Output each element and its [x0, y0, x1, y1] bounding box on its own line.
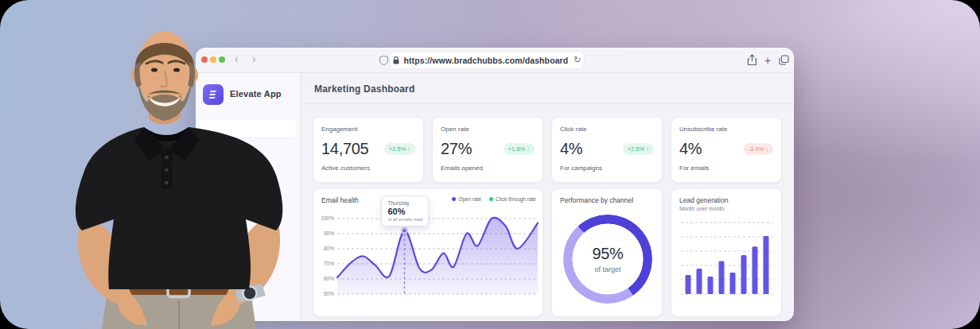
- presenter-photo: [68, 22, 290, 329]
- stat-card-engagement: Engagement 14,705 +2.5% ↑ Active custome…: [313, 117, 424, 183]
- svg-text:50%: 50%: [324, 291, 334, 296]
- stat-card-row: Engagement 14,705 +2.5% ↑ Active custome…: [313, 117, 782, 183]
- stat-value: 14,705: [321, 140, 368, 158]
- lead-generation-chart: [671, 189, 783, 318]
- stat-label: Open rate: [441, 126, 535, 133]
- stat-card-unsubscribe-rate: Unsubscribe rate 4% -3.4% ↓ For emails: [671, 117, 782, 183]
- dashboard-header: Marketing Dashboard: [301, 73, 793, 104]
- reload-icon[interactable]: ↻: [574, 55, 581, 65]
- privacy-shield-icon: [379, 56, 388, 65]
- tooltip-value: 60%: [387, 207, 422, 216]
- stat-value: 4%: [560, 140, 582, 158]
- svg-text:60%: 60%: [324, 276, 334, 281]
- svg-text:100%: 100%: [321, 215, 334, 221]
- tooltip-day: Thursday: [387, 200, 422, 206]
- svg-text:80%: 80%: [324, 246, 334, 251]
- tab-overview-icon[interactable]: [779, 55, 789, 65]
- address-bar[interactable]: https://www.bradchubbs.com/dashboard ↻: [391, 52, 584, 68]
- page-title: Marketing Dashboard: [301, 73, 793, 95]
- hero-banner: ‹ › https://www.bradchubbs.com/dashboard…: [0, 0, 980, 329]
- change-badge: +2.5% ↑: [384, 143, 415, 155]
- panel-title: Performance by channel: [560, 196, 633, 204]
- share-icon[interactable]: [747, 54, 757, 66]
- stat-value: 27%: [441, 140, 472, 158]
- stat-sublabel: Emails opened: [441, 164, 535, 172]
- lead-generation-panel: Lead generation Month over month: [671, 188, 782, 317]
- change-badge: +2.5% ↑: [623, 143, 654, 155]
- svg-text:70%: 70%: [324, 261, 334, 266]
- performance-panel: Performance by channel 95% of target: [551, 188, 663, 317]
- donut-center: 95% of target: [563, 215, 652, 304]
- donut-value: 95%: [592, 245, 623, 263]
- email-health-panel: Email health Open rate Click through rat…: [313, 188, 543, 317]
- stat-sublabel: Active customers: [321, 164, 415, 172]
- svg-text:90%: 90%: [324, 230, 334, 236]
- chart-tooltip: Thursday 60% of all emails read: [381, 195, 429, 226]
- stat-card-click-rate: Click rate 4% +2.5% ↑ For campaigns: [551, 117, 663, 183]
- url-text: https://www.bradchubbs.com/dashboard: [403, 56, 568, 65]
- stat-card-open-rate: Open rate 27% +1.8% ↑ Emails opened: [432, 117, 543, 183]
- dashboard-main: Marketing Dashboard Engagement 14,705 +2…: [301, 73, 793, 320]
- stat-sublabel: For emails: [679, 164, 773, 172]
- stat-value: 4%: [679, 140, 702, 158]
- change-badge: -3.4% ↓: [744, 143, 773, 155]
- stat-label: Click rate: [560, 126, 654, 133]
- tooltip-caption: of all emails read: [387, 217, 422, 222]
- chart-row: Email health Open rate Click through rat…: [313, 188, 782, 317]
- stat-label: Unsubscribe rate: [679, 126, 773, 133]
- change-badge: +1.8% ↑: [504, 143, 535, 155]
- donut-caption: of target: [594, 265, 620, 273]
- lock-icon: [393, 56, 399, 64]
- new-tab-button[interactable]: +: [764, 55, 771, 66]
- stat-label: Engagement: [321, 126, 415, 133]
- stat-sublabel: For campaigns: [560, 164, 654, 172]
